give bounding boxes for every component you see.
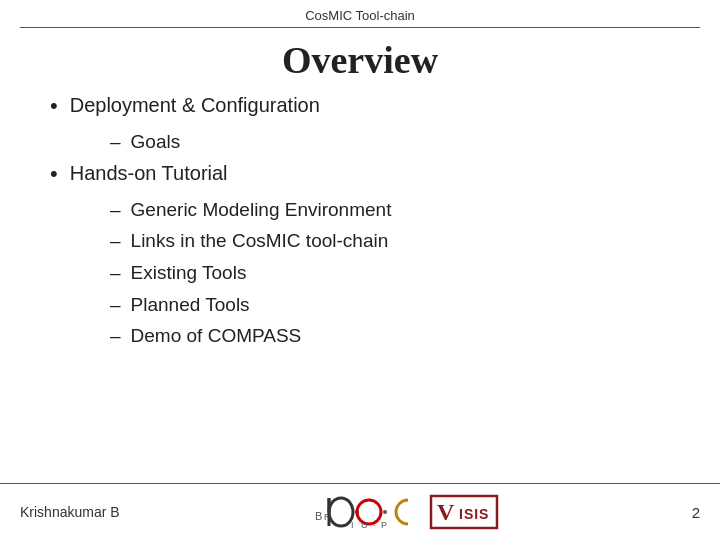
footer-logos: B R I U · P (313, 492, 499, 532)
slide: CosMIC Tool-chain Overview • Deployment … (0, 0, 720, 540)
sub-bullet-2-4: – Planned Tools (110, 292, 680, 318)
sub-text-2-5: Demo of COMPASS (131, 323, 302, 349)
sub-bullets-2: – Generic Modeling Environment – Links i… (110, 197, 680, 349)
dash-icon-2-5: – (110, 323, 121, 349)
sub-bullet-2-1: – Generic Modeling Environment (110, 197, 680, 223)
doc-logo: B R I U · P (313, 492, 423, 532)
svg-text:U: U (361, 520, 368, 530)
dash-icon-2-4: – (110, 292, 121, 318)
sub-text-1-1: Goals (131, 129, 181, 155)
footer-page-number: 2 (692, 504, 700, 521)
bullet-text-1: Deployment & Configuration (70, 92, 320, 119)
svg-text:I: I (351, 520, 354, 530)
bullet-dot-2: • (50, 160, 58, 189)
svg-text:ISIS: ISIS (459, 506, 489, 522)
bullet-item-2: • Hands-on Tutorial (50, 160, 680, 189)
dash-icon-2-2: – (110, 228, 121, 254)
slide-header: CosMIC Tool-chain (0, 0, 720, 27)
sub-text-2-1: Generic Modeling Environment (131, 197, 392, 223)
sub-bullets-1: – Goals (110, 129, 680, 155)
sub-bullet-2-3: – Existing Tools (110, 260, 680, 286)
dash-icon-1-1: – (110, 129, 121, 155)
bullet-text-2: Hands-on Tutorial (70, 160, 228, 187)
isis-logo: V ISIS (429, 492, 499, 532)
dash-icon-2-3: – (110, 260, 121, 286)
header-divider (20, 27, 700, 28)
header-title: CosMIC Tool-chain (305, 8, 415, 23)
sub-text-2-2: Links in the CosMIC tool-chain (131, 228, 389, 254)
sub-bullet-2-2: – Links in the CosMIC tool-chain (110, 228, 680, 254)
slide-content: • Deployment & Configuration – Goals • H… (0, 92, 720, 483)
svg-text:V: V (437, 499, 455, 525)
footer-author: Krishnakumar B (20, 504, 120, 520)
sub-bullet-1-1: – Goals (110, 129, 680, 155)
sub-text-2-3: Existing Tools (131, 260, 247, 286)
svg-point-7 (383, 510, 387, 514)
sub-bullet-2-5: – Demo of COMPASS (110, 323, 680, 349)
slide-title: Overview (0, 32, 720, 92)
svg-text:P: P (381, 520, 387, 530)
dash-icon-2-1: – (110, 197, 121, 223)
sub-text-2-4: Planned Tools (131, 292, 250, 318)
bullet-item-1: • Deployment & Configuration (50, 92, 680, 121)
svg-text:·: · (373, 520, 376, 530)
svg-point-2 (329, 498, 353, 526)
slide-footer: Krishnakumar B B R I U (0, 483, 720, 540)
svg-text:B: B (315, 510, 322, 522)
bullet-dot-1: • (50, 92, 58, 121)
